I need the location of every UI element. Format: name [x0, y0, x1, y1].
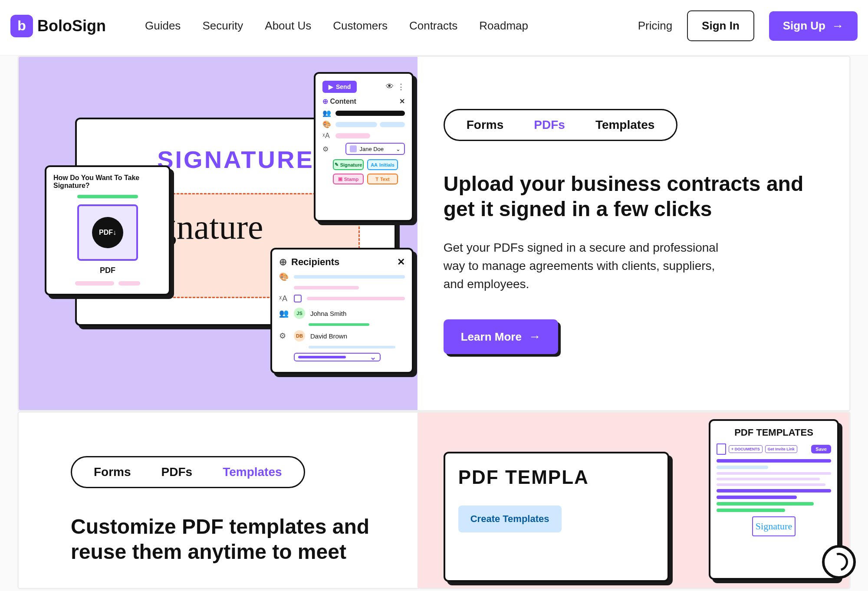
palette-icon: 🎨 [279, 272, 289, 282]
people-icon: 👥 [279, 309, 289, 318]
logo-mark-icon: b [10, 15, 33, 37]
pdfs-copy: Forms PDFs Templates Upload your busines… [418, 57, 849, 410]
chip-initials[interactable]: AAInitials [367, 159, 398, 170]
progress-bar-icon [77, 195, 138, 198]
chip-stamp-label: Stamp [344, 177, 359, 182]
gear-icon: ⚙ [322, 145, 331, 153]
signature-preview: Signature [756, 521, 792, 532]
signup-button[interactable]: Sign Up → [769, 11, 858, 41]
chip-signature[interactable]: ✎Signature [333, 159, 364, 170]
signer-select[interactable]: Jane Doe ⌄ [345, 143, 405, 155]
content-panel-card: ▶ Send 👁 ⋮ ⊕ Content ✕ 👥 🎨 ᵡA ⚙ [314, 72, 414, 222]
arrow-right-icon: → [529, 330, 541, 344]
nav-security[interactable]: Security [202, 19, 243, 33]
template-toolbar: + DOCUMENTS Get Invite Link Save [717, 443, 831, 455]
learn-more-label: Learn More [461, 330, 522, 344]
nav-contracts[interactable]: Contracts [409, 19, 457, 33]
pdf-template-canvas: PDF TEMPLA Create Templates [444, 452, 669, 582]
translate-icon: ᵡA [279, 294, 289, 303]
templates-illustration: PDF TEMPLA Create Templates PDF TEMPLATE… [418, 413, 849, 588]
gear-icon: ⚙ [279, 331, 289, 341]
translate-icon: ᵡA [322, 131, 331, 140]
chevron-down-icon: ⌄ [396, 146, 401, 152]
recipients-card: ⊕Recipients ✕ 🎨 ᵡA 👥 JS Johna Smith ⚙ DB… [270, 248, 414, 374]
pdf-upload-box: PDF↓ [77, 204, 138, 261]
more-icon[interactable]: ⋮ [397, 82, 405, 92]
eye-icon[interactable]: 👁 [386, 82, 394, 92]
content-heading: Content [330, 98, 356, 105]
chip-text-label: Text [380, 177, 390, 182]
pdf-source-card: How Do You Want To Take Signature? PDF↓ … [45, 165, 171, 296]
pdf-label: PDF [53, 266, 162, 275]
logo-text: BoloSign [37, 17, 106, 35]
palette-icon: 🎨 [322, 120, 331, 128]
field-chips: ✎Signature AAInitials ▣Stamp TText [333, 159, 398, 184]
logo[interactable]: b BoloSign [10, 15, 106, 37]
chip-text[interactable]: TText [367, 174, 398, 184]
create-templates-button[interactable]: Create Templates [458, 506, 562, 532]
site-header: b BoloSign Guides Security About Us Cust… [0, 0, 868, 56]
tab-templates[interactable]: Templates [223, 465, 282, 479]
recipient-name: David Brown [310, 332, 347, 340]
send-icon: ▶ [329, 83, 333, 90]
swirl-icon [826, 549, 851, 574]
recipient-name: Johna Smith [310, 310, 346, 317]
send-label: Send [336, 83, 351, 90]
recipient-select[interactable]: ⌄ [294, 353, 381, 361]
pdfs-body: Get your PDFs signed in a secure and pro… [444, 239, 739, 293]
arrow-right-icon: → [832, 19, 844, 33]
template-canvas-title: PDF TEMPLA [458, 466, 654, 488]
templates-title: Customize PDF templates and reuse them a… [71, 514, 391, 564]
pdfs-section: SIGNATURE Signature How Do You Want To T… [17, 56, 851, 411]
pdf-file-icon: PDF↓ [92, 217, 123, 248]
nav-about-us[interactable]: About Us [265, 19, 311, 33]
stamp-icon: ▣ [338, 176, 342, 182]
signin-button[interactable]: Sign In [687, 10, 754, 41]
recipients-heading: Recipients [291, 256, 339, 268]
templates-copy: Forms PDFs Templates Customize PDF templ… [19, 413, 418, 588]
close-icon[interactable]: ✕ [399, 97, 405, 105]
pdf-templates-card: PDF TEMPLATES + DOCUMENTS Get Invite Lin… [709, 419, 839, 580]
pdfs-illustration: SIGNATURE Signature How Do You Want To T… [19, 57, 418, 410]
users-icon: 👥 [322, 109, 331, 117]
nav-roadmap[interactable]: Roadmap [479, 19, 528, 33]
plus-icon[interactable]: ⊕ [322, 98, 328, 105]
tab-forms[interactable]: Forms [94, 465, 131, 479]
signup-label: Sign Up [783, 19, 825, 33]
pdf-source-title: How Do You Want To Take Signature? [53, 174, 162, 190]
avatar: JS [294, 308, 305, 319]
templates-section: Forms PDFs Templates Customize PDF templ… [17, 411, 851, 589]
signer-name: Jane Doe [359, 146, 384, 152]
send-button[interactable]: ▶ Send [322, 81, 357, 93]
close-icon[interactable]: ✕ [397, 256, 405, 268]
pdf-templates-card-title: PDF TEMPLATES [717, 427, 831, 438]
avatar: DB [294, 330, 305, 341]
chat-fab[interactable] [822, 545, 856, 579]
pricing-link[interactable]: Pricing [638, 19, 672, 33]
main-nav: Guides Security About Us Customers Contr… [145, 19, 528, 33]
chip-initials-label: Initials [379, 162, 395, 167]
template-lines [717, 459, 831, 512]
document-icon [717, 443, 726, 455]
learn-more-button[interactable]: Learn More → [444, 319, 558, 354]
tab-templates[interactable]: Templates [595, 118, 654, 132]
tab-pdfs[interactable]: PDFs [161, 465, 193, 479]
save-button[interactable]: Save [811, 445, 831, 453]
pdfs-title: Upload your business contracts and get i… [444, 171, 815, 221]
chevron-down-icon: ⌄ [370, 352, 376, 362]
initials-icon: AA [371, 162, 378, 167]
signature-icon: ✎ [335, 162, 339, 167]
text-icon: T [375, 177, 378, 182]
tab-forms[interactable]: Forms [467, 118, 504, 132]
chip-stamp[interactable]: ▣Stamp [333, 174, 364, 184]
decorative-bars [53, 281, 162, 286]
plus-circle-icon[interactable]: ⊕ [279, 256, 287, 268]
tabs-pill: Forms PDFs Templates [444, 109, 678, 141]
nav-customers[interactable]: Customers [333, 19, 388, 33]
chip-signature-label: Signature [340, 162, 362, 167]
tabs-pill: Forms PDFs Templates [71, 456, 305, 488]
nav-guides[interactable]: Guides [145, 19, 181, 33]
tab-pdfs[interactable]: PDFs [534, 118, 565, 132]
documents-button[interactable]: + DOCUMENTS [729, 445, 763, 453]
invite-link-button[interactable]: Get Invite Link [765, 445, 797, 453]
